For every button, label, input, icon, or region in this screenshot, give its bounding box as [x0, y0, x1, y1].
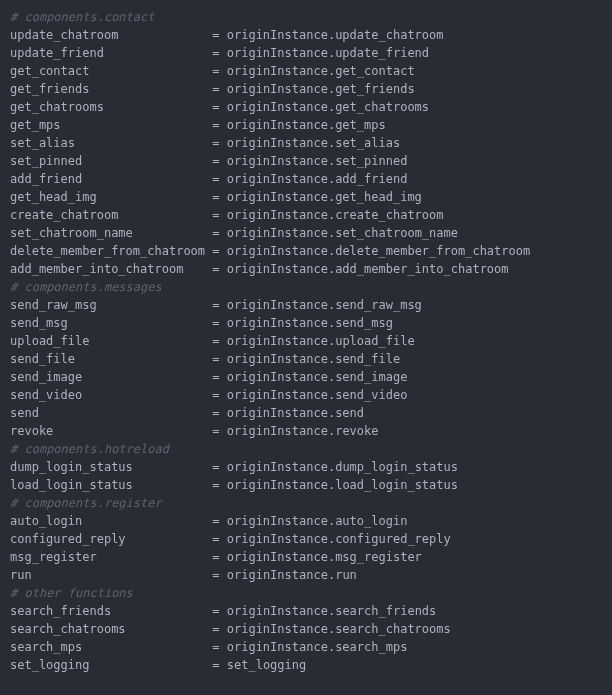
assignment-line: get_chatrooms = originInstance.get_chatr… [10, 98, 602, 116]
rhs-attr: search_mps [335, 640, 407, 654]
rhs-object: originInstance [227, 244, 328, 258]
rhs-attr: update_friend [335, 46, 429, 60]
equals-token: = [212, 316, 226, 330]
assignment-line: send_video = originInstance.send_video [10, 386, 602, 404]
assignment-line: set_pinned = originInstance.set_pinned [10, 152, 602, 170]
lhs-name: get_chatrooms [10, 100, 104, 114]
lhs-name: get_head_img [10, 190, 97, 204]
lhs-name: get_friends [10, 82, 89, 96]
lhs-name: update_chatroom [10, 28, 118, 42]
rhs-object: originInstance [227, 424, 328, 438]
equals-token: = [212, 550, 226, 564]
rhs-attr: send_image [335, 370, 407, 384]
equals-token: = [212, 118, 226, 132]
rhs-attr: get_mps [335, 118, 386, 132]
rhs-attr: send_file [335, 352, 400, 366]
rhs-attr: send_msg [335, 316, 393, 330]
assignment-line: configured_reply = originInstance.config… [10, 530, 602, 548]
equals-token: = [212, 64, 226, 78]
assignment-line: get_contact = originInstance.get_contact [10, 62, 602, 80]
rhs-attr: set_pinned [335, 154, 407, 168]
assignment-line: search_chatrooms = originInstance.search… [10, 620, 602, 638]
equals-token: = [212, 568, 226, 582]
comment-hash: # [10, 586, 24, 600]
equals-token: = [212, 640, 226, 654]
rhs-attr: get_friends [335, 82, 414, 96]
rhs-object: originInstance [227, 154, 328, 168]
assignment-line: send = originInstance.send [10, 404, 602, 422]
lhs-name: set_logging [10, 658, 89, 672]
lhs-name: send_msg [10, 316, 68, 330]
assignment-line: send_image = originInstance.send_image [10, 368, 602, 386]
rhs-attr: send_raw_msg [335, 298, 422, 312]
rhs-attr: upload_file [335, 334, 414, 348]
rhs-object: originInstance [227, 568, 328, 582]
lhs-name: update_friend [10, 46, 104, 60]
rhs-attr: configured_reply [335, 532, 451, 546]
lhs-name: upload_file [10, 334, 89, 348]
lhs-name: delete_member_from_chatroom [10, 244, 205, 258]
rhs-attr: run [335, 568, 357, 582]
rhs-object: originInstance [227, 532, 328, 546]
rhs-attr: search_friends [335, 604, 436, 618]
equals-token: = [212, 244, 226, 258]
equals-token: = [212, 352, 226, 366]
section-comment: # other functions [10, 584, 602, 602]
equals-token: = [212, 28, 226, 42]
equals-token: = [212, 298, 226, 312]
equals-token: = [212, 172, 226, 186]
lhs-name: send [10, 406, 39, 420]
rhs-object: originInstance [227, 316, 328, 330]
equals-token: = [212, 532, 226, 546]
lhs-name: dump_login_status [10, 460, 133, 474]
lhs-name: auto_login [10, 514, 82, 528]
comment-text: components.register [24, 496, 161, 510]
lhs-name: add_friend [10, 172, 82, 186]
comment-hash: # [10, 442, 24, 456]
section-comment: # components.contact [10, 8, 602, 26]
rhs-object: originInstance [227, 82, 328, 96]
section-comment: # components.messages [10, 278, 602, 296]
assignment-line: run = originInstance.run [10, 566, 602, 584]
assignment-line: send_file = originInstance.send_file [10, 350, 602, 368]
rhs-object: originInstance [227, 172, 328, 186]
comment-hash: # [10, 280, 24, 294]
assignment-line: set_logging = set_logging [10, 656, 602, 674]
rhs-object: originInstance [227, 550, 328, 564]
rhs-object: originInstance [227, 604, 328, 618]
assignment-line: set_chatroom_name = originInstance.set_c… [10, 224, 602, 242]
comment-hash: # [10, 496, 24, 510]
equals-token: = [212, 604, 226, 618]
equals-token: = [212, 46, 226, 60]
assignment-line: get_mps = originInstance.get_mps [10, 116, 602, 134]
assignment-line: update_chatroom = originInstance.update_… [10, 26, 602, 44]
lhs-name: create_chatroom [10, 208, 118, 222]
equals-token: = [212, 334, 226, 348]
rhs-attr: revoke [335, 424, 378, 438]
assignment-line: get_head_img = originInstance.get_head_i… [10, 188, 602, 206]
equals-token: = [212, 100, 226, 114]
rhs-object: originInstance [227, 118, 328, 132]
rhs-object: originInstance [227, 262, 328, 276]
assignment-line: create_chatroom = originInstance.create_… [10, 206, 602, 224]
assignment-line: dump_login_status = originInstance.dump_… [10, 458, 602, 476]
assignment-line: auto_login = originInstance.auto_login [10, 512, 602, 530]
rhs-attr: load_login_status [335, 478, 458, 492]
equals-token: = [212, 154, 226, 168]
rhs-attr: get_head_img [335, 190, 422, 204]
rhs-attr: set_logging [227, 658, 306, 672]
assignment-line: search_mps = originInstance.search_mps [10, 638, 602, 656]
section-comment: # components.hotreload [10, 440, 602, 458]
rhs-object: originInstance [227, 640, 328, 654]
equals-token: = [212, 82, 226, 96]
rhs-attr: dump_login_status [335, 460, 458, 474]
rhs-attr: delete_member_from_chatroom [335, 244, 530, 258]
lhs-name: msg_register [10, 550, 97, 564]
comment-text: other functions [24, 586, 132, 600]
rhs-object: originInstance [227, 388, 328, 402]
assignment-line: update_friend = originInstance.update_fr… [10, 44, 602, 62]
equals-token: = [212, 262, 226, 276]
assignment-line: msg_register = originInstance.msg_regist… [10, 548, 602, 566]
rhs-object: originInstance [227, 370, 328, 384]
equals-token: = [212, 190, 226, 204]
